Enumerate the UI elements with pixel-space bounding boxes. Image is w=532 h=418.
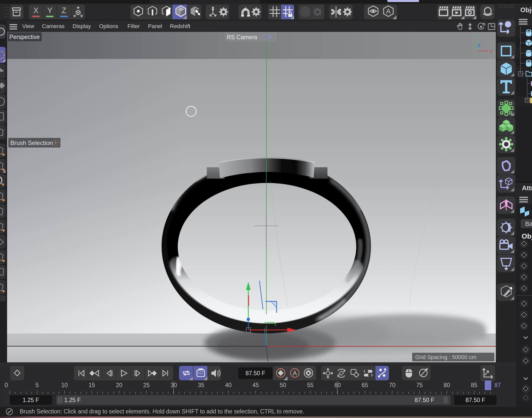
svg-text:35: 35	[198, 382, 204, 388]
svg-text:0: 0	[5, 382, 8, 388]
svg-text:5: 5	[36, 382, 39, 388]
svg-text:A: A	[386, 7, 391, 15]
svg-text:30: 30	[170, 382, 177, 388]
svg-text:15: 15	[88, 382, 95, 388]
svg-text:70: 70	[389, 382, 395, 388]
svg-text:Grid Spacing : 50000 cm: Grid Spacing : 50000 cm	[415, 354, 476, 360]
svg-text:65: 65	[362, 382, 368, 388]
svg-text:Y: Y	[476, 34, 478, 39]
svg-text:55: 55	[307, 382, 314, 388]
svg-text:10: 10	[61, 382, 68, 388]
svg-text:RS Camera: RS Camera	[227, 34, 257, 40]
svg-text:80: 80	[444, 382, 450, 388]
svg-text:45: 45	[252, 382, 259, 388]
svg-text:A: A	[293, 370, 297, 377]
svg-text:Brush Selection: Brush Selection	[10, 139, 53, 146]
svg-text:X: X	[490, 49, 492, 54]
svg-text:50: 50	[280, 382, 286, 388]
svg-text:25: 25	[143, 382, 150, 388]
svg-text:20: 20	[116, 382, 122, 388]
svg-text:Obje: Obje	[522, 232, 532, 240]
svg-text:Ba: Ba	[525, 220, 532, 227]
svg-text:85: 85	[471, 382, 477, 388]
svg-text:Perspective: Perspective	[9, 34, 40, 40]
svg-text:60: 60	[334, 382, 341, 388]
svg-text:75: 75	[416, 382, 423, 388]
svg-text:87: 87	[494, 382, 501, 388]
svg-text:40: 40	[225, 382, 232, 388]
